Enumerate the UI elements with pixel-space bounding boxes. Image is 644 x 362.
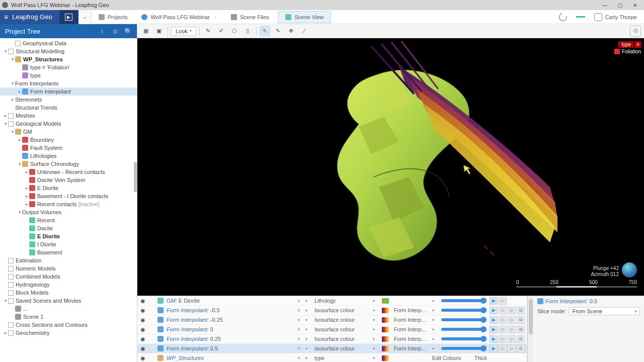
- opacity-slider[interactable]: [441, 328, 487, 331]
- colorby-dropdown-icon[interactable]: ▾: [305, 356, 311, 360]
- visibility-toggle-icon[interactable]: ◉: [139, 307, 146, 314]
- opacity-slider[interactable]: [441, 347, 487, 350]
- row-control-button[interactable]: ▷: [508, 326, 516, 333]
- tree-toggle-icon[interactable]: ▸: [3, 330, 8, 335]
- tree-row[interactable]: ▸Stereonets: [0, 96, 137, 104]
- color-swatch[interactable]: [382, 327, 389, 332]
- opacity-slider[interactable]: [441, 337, 487, 340]
- tree-toggle-icon[interactable]: ▸: [24, 169, 29, 174]
- remove-icon[interactable]: ×: [295, 307, 302, 313]
- tree-row[interactable]: Block Models: [0, 289, 137, 297]
- colorby-label[interactable]: Isosurface colour: [314, 317, 370, 323]
- vt-ruler-icon[interactable]: ／: [299, 26, 310, 37]
- visibility-toggle-icon[interactable]: ◉: [139, 355, 146, 361]
- user-menu[interactable]: Carly Thorpe: [594, 13, 637, 21]
- remove-icon[interactable]: ×: [295, 317, 302, 323]
- scene-list-row[interactable]: ◉Form Interpolant: 0.5×▾Isosurface colou…: [137, 344, 527, 353]
- color-swatch[interactable]: [382, 336, 389, 342]
- scene-list-row[interactable]: ◉GM: E Diorite×▾Lithology▾▾▶▷: [137, 296, 527, 306]
- tree-toggle-icon[interactable]: ▸: [3, 113, 8, 118]
- tree-toggle-icon[interactable]: ▾: [3, 298, 8, 303]
- tree-row[interactable]: ▾Surface Chronology: [0, 160, 137, 168]
- breadcrumb-scene-view[interactable]: Scene View: [278, 11, 331, 23]
- vt-poly-icon[interactable]: ⬠: [229, 26, 240, 37]
- dropdown-icon[interactable]: ▾: [432, 299, 438, 303]
- tree-toggle-icon[interactable]: ▸: [10, 97, 15, 102]
- tree-search-icon[interactable]: 🔍: [125, 28, 132, 35]
- vt-window-icon[interactable]: ▣: [153, 26, 165, 37]
- row-control-button[interactable]: ▷: [499, 335, 507, 343]
- look-dropdown[interactable]: Look▾: [171, 27, 196, 36]
- breadcrumb-scene-files[interactable]: Scene Files: [224, 10, 276, 24]
- edit-colours-link[interactable]: Edit Colours: [432, 355, 467, 361]
- tree-checkbox[interactable]: [8, 282, 14, 288]
- viewport-3d[interactable]: type× Foliation Plunge +42 Azimuth 012 0…: [137, 38, 644, 296]
- tree-checkbox[interactable]: [8, 290, 14, 296]
- row-control-button[interactable]: ▷: [499, 297, 507, 305]
- row-control-button[interactable]: ▶: [490, 307, 498, 314]
- dropdown-icon[interactable]: ▾: [432, 346, 438, 351]
- tree-toggle-icon[interactable]: ▸: [24, 202, 29, 207]
- tree-row[interactable]: Estimation: [0, 256, 137, 264]
- dropdown-icon[interactable]: ▾: [373, 356, 379, 360]
- tree-row[interactable]: Cross Sections and Contours: [0, 321, 137, 329]
- tree-row[interactable]: ▾Form Interpolants: [0, 79, 137, 87]
- tree-row[interactable]: Combined Models: [0, 273, 137, 281]
- colorby-label[interactable]: Isosurface colour: [314, 336, 370, 342]
- breadcrumb-projects[interactable]: Projects: [92, 10, 135, 24]
- tree-scrollbar-thumb[interactable]: [134, 162, 137, 192]
- colorby-dropdown-icon[interactable]: ▾: [305, 308, 311, 313]
- scene-list-row[interactable]: ◉WP_Structures ×▾type▾Edit ColoursThick: [137, 353, 527, 362]
- row-control-button[interactable]: ▶: [490, 297, 498, 305]
- row-control-button[interactable]: ▶: [490, 335, 498, 343]
- tree-row[interactable]: type = 'Foliation': [0, 63, 137, 71]
- tree-checkbox[interactable]: [15, 41, 21, 46]
- row-control-button[interactable]: ▷: [499, 345, 507, 352]
- dropdown-icon[interactable]: ▾: [432, 337, 438, 341]
- brand[interactable]: ≡ Leapfrog Geo: [0, 10, 59, 24]
- row-control-button[interactable]: ▷: [499, 326, 507, 333]
- tree-row[interactable]: ▸Meshes: [0, 112, 137, 120]
- remove-icon[interactable]: ×: [295, 298, 302, 304]
- vt-grid-icon[interactable]: ▦: [140, 26, 151, 37]
- opacity-slider[interactable]: [441, 318, 487, 321]
- tree-checkbox[interactable]: [8, 113, 14, 119]
- tree-row[interactable]: ▾Saved Scenes and Movies: [0, 297, 137, 305]
- tree-toggle-icon[interactable]: ▸: [17, 137, 22, 142]
- tree-row[interactable]: ...: [0, 305, 137, 313]
- tree-toggle-icon[interactable]: ▾: [3, 49, 8, 54]
- colormap-label[interactable]: Form Interp…: [394, 307, 429, 313]
- row-control-button[interactable]: ⧉: [517, 307, 525, 314]
- tree-row[interactable]: Lithologies: [0, 152, 137, 160]
- scene-list-row[interactable]: ◉Form Interpolant: 0×▾Isosurface colour▾…: [137, 325, 527, 334]
- refresh-icon[interactable]: [557, 12, 569, 23]
- row-control-button[interactable]: ▷: [508, 335, 516, 343]
- tree-checkbox[interactable]: [8, 274, 14, 280]
- vt-move-icon[interactable]: ✥: [286, 26, 297, 37]
- tree-row[interactable]: Basement: [0, 248, 137, 256]
- compass-widget[interactable]: [622, 262, 637, 278]
- camera-icon[interactable]: ⦾: [630, 26, 641, 37]
- dropdown-icon[interactable]: ▾: [432, 318, 438, 322]
- header-dropdown[interactable]: ⌄: [78, 10, 92, 24]
- colorby-dropdown-icon[interactable]: ▾: [305, 318, 311, 322]
- row-control-button[interactable]: ⧉: [517, 326, 525, 333]
- visibility-toggle-icon[interactable]: ◉: [139, 317, 146, 323]
- tree-row[interactable]: ▸E Diorite: [0, 184, 137, 192]
- tree-toggle-icon[interactable]: ▾: [10, 81, 15, 86]
- tree-row[interactable]: ▸Geochemistry: [0, 329, 137, 337]
- remove-icon[interactable]: ×: [295, 326, 302, 332]
- row-control-button[interactable]: ▷: [499, 307, 507, 314]
- row-control-button[interactable]: ⧉: [517, 335, 525, 343]
- colorby-label[interactable]: Isosurface colour: [314, 307, 370, 313]
- dropdown-icon[interactable]: ▾: [373, 308, 379, 313]
- visibility-toggle-icon[interactable]: ◉: [139, 345, 146, 352]
- tree-toggle-icon[interactable]: ▾: [3, 121, 8, 126]
- vt-edit-icon[interactable]: ✎: [273, 26, 284, 37]
- remove-icon[interactable]: ×: [295, 355, 302, 361]
- tree-toggle-icon[interactable]: ▾: [17, 161, 22, 166]
- tree-row[interactable]: Recent: [0, 216, 137, 224]
- dropdown-icon[interactable]: ▾: [373, 337, 379, 341]
- tree-toggle-icon[interactable]: ▾: [17, 210, 22, 215]
- minimize-button[interactable]: —: [598, 1, 612, 10]
